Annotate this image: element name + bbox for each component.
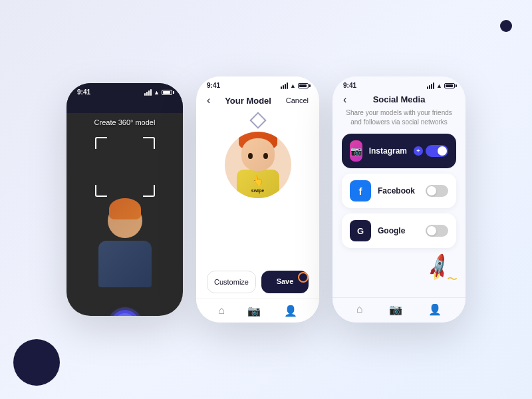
battery-icon-2 bbox=[298, 83, 309, 88]
scan-frame bbox=[95, 137, 155, 197]
nav-profile-icon[interactable]: 👤 bbox=[284, 305, 297, 317]
back-button-3[interactable]: ‹ bbox=[343, 94, 346, 106]
facebook-icon: f bbox=[359, 186, 362, 197]
instagram-toggle[interactable] bbox=[426, 145, 448, 157]
wifi-icon-3: ▲ bbox=[436, 82, 442, 89]
person-hair bbox=[109, 198, 141, 219]
scan-corner-tr bbox=[143, 137, 155, 149]
battery-icon-3 bbox=[444, 83, 455, 88]
person-head bbox=[108, 203, 142, 238]
social-subtitle: Share your models with your friends and … bbox=[332, 108, 466, 127]
phone2-nav: ⌂ 📷 👤 bbox=[196, 299, 319, 323]
camera-content: Create 360° model bbox=[66, 113, 183, 316]
rocket-decoration-area: 🚀 〜 bbox=[332, 253, 466, 287]
nav-camera-icon[interactable]: 📷 bbox=[247, 305, 261, 317]
person-body bbox=[98, 241, 152, 287]
nav-home-icon[interactable]: ⌂ bbox=[218, 305, 225, 317]
facebook-label: Facebook bbox=[378, 186, 419, 196]
signal-icon-3 bbox=[427, 82, 434, 89]
create-label: Create 360° model bbox=[94, 118, 156, 126]
phone-model: 9:41 ▲ ‹ Your Model Cancel bbox=[196, 76, 319, 323]
nav-camera-icon-3[interactable]: 📷 bbox=[389, 303, 402, 316]
avatar-face bbox=[241, 138, 275, 171]
scan-corner-br bbox=[143, 185, 155, 197]
social-item-instagram[interactable]: 📷 Instagram + bbox=[342, 134, 456, 168]
phone3-title: Social Media bbox=[373, 94, 426, 104]
phone3-status-bar: 9:41 ▲ bbox=[332, 76, 466, 92]
nav-profile-icon-3[interactable]: 👤 bbox=[428, 303, 442, 316]
phone2-time: 9:41 bbox=[207, 82, 220, 89]
swipe-label: swipe bbox=[251, 188, 264, 193]
phone1-status-bar: 9:41 ▲ bbox=[66, 83, 183, 98]
social-item-facebook[interactable]: f Facebook bbox=[342, 174, 456, 208]
instagram-icon: 📷 bbox=[350, 146, 362, 156]
bg-decoration-circle-dark bbox=[13, 339, 60, 386]
cancel-button[interactable]: Cancel bbox=[286, 96, 309, 104]
google-label: Google bbox=[378, 226, 419, 235]
phone2-header: ‹ Your Model Cancel bbox=[196, 92, 319, 112]
toggle-knob-facebook bbox=[427, 186, 436, 196]
phone2-status-icons: ▲ bbox=[281, 82, 309, 89]
scan-corner-bl bbox=[95, 185, 107, 197]
toggle-knob-google bbox=[427, 226, 436, 235]
signal-icon-2 bbox=[281, 82, 288, 89]
person-silhouette bbox=[92, 203, 158, 297]
phone3-status-icons: ▲ bbox=[427, 82, 455, 89]
avatar-character: 👆 swipe bbox=[237, 138, 279, 198]
phone2-title: Your Model bbox=[225, 96, 271, 106]
phone-social: 9:41 ▲ ‹ Social Media Share your models … bbox=[332, 76, 466, 323]
orange-ring-decoration bbox=[298, 272, 309, 283]
google-toggle[interactable] bbox=[426, 225, 448, 237]
bg-decoration-circle-small bbox=[500, 20, 512, 32]
scan-corner-tl bbox=[95, 137, 107, 149]
back-button-2[interactable]: ‹ bbox=[207, 94, 210, 106]
capture-button[interactable] bbox=[110, 310, 140, 316]
facebook-toggle[interactable] bbox=[426, 185, 448, 197]
phone-camera: 9:41 ▲ Create 360° model bbox=[66, 83, 183, 316]
phone3-nav: ⌂ 📷 👤 bbox=[332, 297, 466, 323]
model-area: 👆 swipe bbox=[196, 112, 319, 264]
phone1-time: 9:41 bbox=[77, 88, 90, 96]
swipe-hand-icon: 👆 bbox=[252, 175, 263, 186]
avatar-eye-right bbox=[263, 153, 268, 159]
diamond-decoration bbox=[249, 112, 266, 128]
phone1-status-area: 9:41 ▲ bbox=[66, 83, 183, 113]
google-icon: G bbox=[357, 226, 364, 236]
avatar-eye-left bbox=[248, 153, 253, 159]
instagram-icon-wrap: 📷 bbox=[350, 140, 362, 162]
wifi-icon: ▲ bbox=[154, 89, 160, 96]
squiggle-decoration: 〜 bbox=[447, 273, 458, 287]
phone1-status-icons: ▲ bbox=[144, 89, 172, 96]
wifi-icon-2: ▲ bbox=[290, 82, 296, 89]
toggle-knob-instagram bbox=[438, 146, 447, 156]
nav-home-icon-3[interactable]: ⌂ bbox=[356, 303, 363, 316]
phone3-header: ‹ Social Media bbox=[332, 92, 466, 108]
instagram-plus-badge: + bbox=[414, 146, 423, 156]
phone1-notch bbox=[105, 98, 145, 108]
customize-button[interactable]: Customize bbox=[207, 271, 256, 293]
signal-icon bbox=[144, 89, 152, 96]
phones-container: 9:41 ▲ Create 360° model bbox=[66, 76, 466, 323]
phone3-time: 9:41 bbox=[343, 82, 356, 89]
facebook-icon-wrap: f bbox=[350, 180, 371, 201]
avatar-body: 👆 swipe bbox=[237, 170, 279, 198]
capture-button-inner bbox=[114, 313, 136, 316]
instagram-label: Instagram bbox=[369, 146, 407, 156]
avatar-display: 👆 swipe bbox=[225, 132, 291, 198]
social-item-google[interactable]: G Google bbox=[342, 213, 456, 248]
google-icon-wrap: G bbox=[350, 220, 371, 241]
phone2-status-bar: 9:41 ▲ bbox=[196, 76, 319, 92]
battery-icon bbox=[162, 90, 172, 95]
